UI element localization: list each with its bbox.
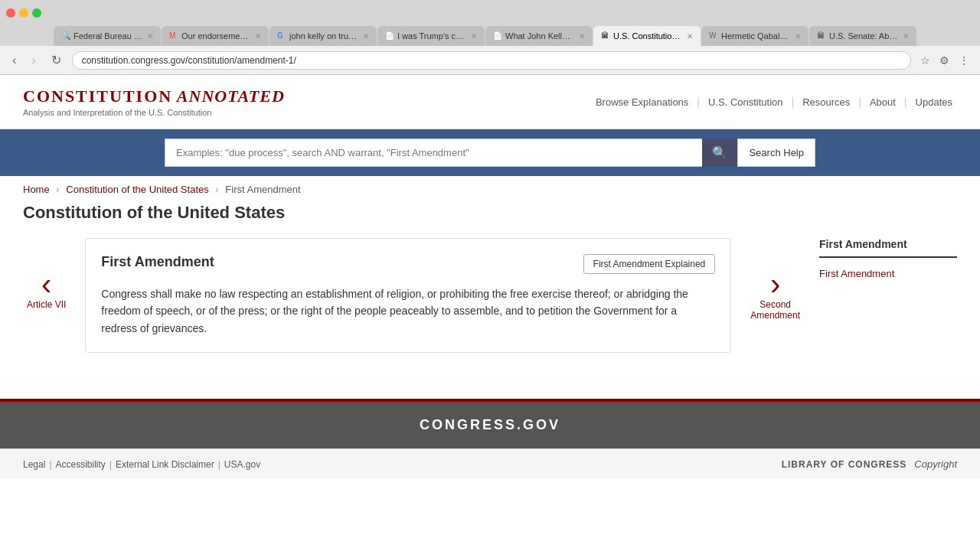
url-text: constitution.congress.gov/constitution/a… <box>82 55 296 66</box>
footer-links: Legal | Accessibility | External Link Di… <box>0 448 980 479</box>
menu-button[interactable]: ⋮ <box>956 53 972 68</box>
library-of-congress-text: LIBRARY OF CONGRESS <box>782 459 907 470</box>
tab-title-constitution: U.S. Constitution - First Ame... <box>613 31 682 41</box>
tab-title-hermetic: Hermetic Qabalah - Wikipedi... <box>721 31 790 41</box>
back-button[interactable]: ‹ <box>8 52 21 69</box>
page-content: CONSTITUTION Annotated Analysis and Inte… <box>0 75 980 551</box>
browser-action-buttons: ☆ ⚙ ⋮ <box>917 53 972 68</box>
breadcrumb-current: First Amendment <box>225 184 300 195</box>
forward-button[interactable]: › <box>27 52 40 69</box>
tab-senate[interactable]: 🏛 U.S. Senate: About the Sena... ✕ <box>809 26 916 46</box>
tab-kelly[interactable]: 📄 What John Kelly said about... ✕ <box>485 26 593 46</box>
search-container: 🔍 Search Help <box>165 139 815 167</box>
browser-toolbar: ‹ › ↻ constitution.congress.gov/constitu… <box>0 46 980 75</box>
tab-title-google: john kelly on trump - Googl... <box>289 31 358 41</box>
tab-endorsement[interactable]: M Our endorsement of Kamala... ✕ <box>162 26 269 46</box>
tab-favicon-endorsement: M <box>169 31 178 41</box>
tab-google[interactable]: G john kelly on trump - Googl... ✕ <box>270 26 377 46</box>
tab-close-hermetic[interactable]: ✕ <box>795 32 801 41</box>
footer-link-legal[interactable]: Legal <box>23 459 45 470</box>
sidebar-link-first-amendment[interactable]: First Amendment <box>819 266 957 282</box>
prev-arrow-icon: ‹ <box>41 269 51 299</box>
footer-link-disclaimer[interactable]: External Link Disclaimer <box>116 459 214 470</box>
extensions-button[interactable]: ⚙ <box>936 53 952 68</box>
search-button[interactable]: 🔍 <box>702 139 737 167</box>
tab-bar: 🔍 Federal Bureau of Investiga... ✕ M Our… <box>0 21 980 46</box>
tab-favicon-hermetic: W <box>709 31 718 41</box>
first-amendment-explained-button[interactable]: First Amendment Explained <box>583 254 716 274</box>
nav-about[interactable]: About <box>865 95 900 109</box>
logo-constitution: CONSTITUTION <box>23 86 172 106</box>
site-header: CONSTITUTION Annotated Analysis and Inte… <box>0 75 980 129</box>
search-help-button[interactable]: Search Help <box>737 139 815 167</box>
tab-close-senate[interactable]: ✕ <box>903 32 909 41</box>
tab-close-google[interactable]: ✕ <box>363 32 369 41</box>
logo-annotated: Annotated <box>172 86 285 106</box>
tab-fbi[interactable]: 🔍 Federal Bureau of Investiga... ✕ <box>54 26 161 46</box>
nav-browse-explanations[interactable]: Browse Explanations <box>591 95 693 109</box>
prev-nav-button[interactable]: ‹ Article VII <box>23 269 70 310</box>
next-arrow-icon: › <box>770 269 780 299</box>
logo-text: CONSTITUTION Annotated <box>23 86 285 106</box>
close-window-btn[interactable] <box>6 8 15 18</box>
tab-favicon-constitution: 🏛 <box>601 31 610 41</box>
minimize-window-btn[interactable] <box>19 8 28 18</box>
tab-title-senate: U.S. Senate: About the Sena... <box>829 31 898 41</box>
search-input[interactable] <box>165 139 702 167</box>
nav-us-constitution[interactable]: U.S. Constitution <box>704 95 788 109</box>
tab-title-fbi: Federal Bureau of Investiga... <box>74 31 142 41</box>
article-card: First Amendment First Amendment Explaine… <box>85 238 731 353</box>
nav-updates[interactable]: Updates <box>911 95 957 109</box>
tab-close-fbi[interactable]: ✕ <box>147 32 153 41</box>
nav-sep-4: | <box>904 96 907 108</box>
reload-button[interactable]: ↻ <box>47 51 66 69</box>
window-controls <box>6 8 41 18</box>
search-section: 🔍 Search Help <box>0 129 980 176</box>
content-row: ‹ Article VII First Amendment First Amen… <box>23 238 957 353</box>
breadcrumb-home[interactable]: Home <box>23 184 50 195</box>
main-nav: Browse Explanations | U.S. Constitution … <box>591 95 957 109</box>
footer-sep-2: | <box>109 459 112 470</box>
sidebar-section-title: First Amendment <box>819 238 957 258</box>
footer-sep-3: | <box>218 459 220 470</box>
nav-sep-2: | <box>792 96 795 108</box>
footer-right: LIBRARY OF CONGRESS Copyright <box>782 458 957 470</box>
bookmark-button[interactable]: ☆ <box>917 53 933 68</box>
breadcrumb: Home › Constitution of the United States… <box>0 176 980 203</box>
footer-link-usa[interactable]: USA.gov <box>224 459 260 470</box>
maximize-window-btn[interactable] <box>32 8 41 18</box>
breadcrumb-sep-2: › <box>215 184 218 195</box>
breadcrumb-constitution[interactable]: Constitution of the United States <box>66 184 208 195</box>
tab-favicon-google: G <box>277 31 286 41</box>
tab-title-trump-chief: I was Trump's chief of staff... <box>397 31 466 41</box>
prev-nav-label: Article VII <box>27 299 66 310</box>
page-footer: CONGRESS.GOV Legal | Accessibility | Ext… <box>0 399 980 479</box>
nav-sep-3: | <box>858 96 861 108</box>
copyright-text: Copyright <box>914 458 957 470</box>
tab-favicon-kelly: 📄 <box>493 31 502 41</box>
tab-hermetic[interactable]: W Hermetic Qabalah - Wikipedi... ✕ <box>701 26 808 46</box>
tab-trump-chief[interactable]: 📄 I was Trump's chief of staff... ✕ <box>377 26 485 46</box>
tab-favicon-trump-chief: 📄 <box>385 31 394 41</box>
tab-close-endorsement[interactable]: ✕ <box>255 32 261 41</box>
nav-resources[interactable]: Resources <box>798 95 854 109</box>
next-nav-label: Second Amendment <box>750 299 800 321</box>
tab-favicon-senate: 🏛 <box>817 31 826 41</box>
article-card-header: First Amendment First Amendment Explaine… <box>101 254 715 274</box>
next-nav-button[interactable]: › Second Amendment <box>746 269 804 321</box>
tab-title-endorsement: Our endorsement of Kamala... <box>181 31 250 41</box>
nav-sep-1: | <box>697 96 700 108</box>
footer-link-accessibility[interactable]: Accessibility <box>56 459 106 470</box>
tab-close-constitution[interactable]: ✕ <box>687 32 693 41</box>
tab-close-kelly[interactable]: ✕ <box>579 32 585 41</box>
footer-main: CONGRESS.GOV <box>0 402 980 448</box>
tab-constitution[interactable]: 🏛 U.S. Constitution - First Ame... ✕ <box>593 26 701 46</box>
tab-close-trump-chief[interactable]: ✕ <box>471 32 477 41</box>
footer-logo: CONGRESS.GOV <box>23 417 957 433</box>
tab-title-kelly: What John Kelly said about... <box>505 31 574 41</box>
address-bar[interactable]: constitution.congress.gov/constitution/a… <box>72 51 911 70</box>
footer-left-links: Legal | Accessibility | External Link Di… <box>23 459 260 470</box>
main-body: Constitution of the United States ‹ Arti… <box>0 203 980 368</box>
breadcrumb-sep-1: › <box>56 184 59 195</box>
page-title: Constitution of the United States <box>23 203 957 223</box>
